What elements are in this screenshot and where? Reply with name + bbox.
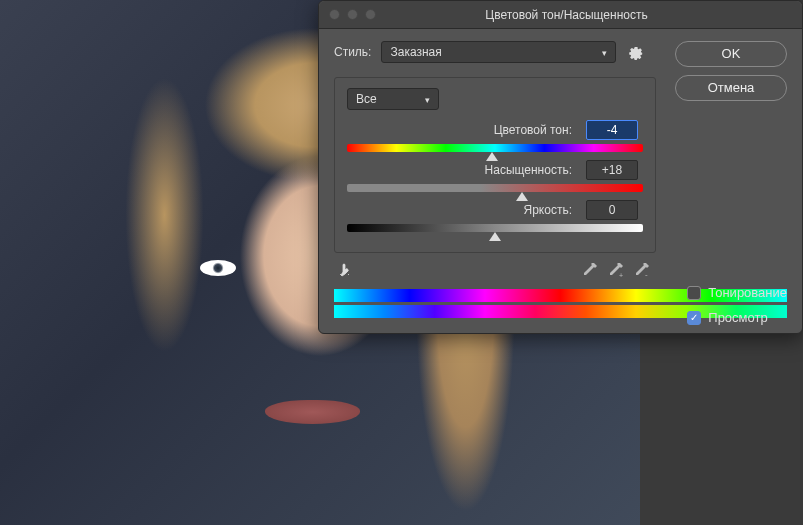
window-controls[interactable] <box>319 9 376 20</box>
hue-saturation-dialog: Цветовой тон/Насыщенность Стиль: Заказна… <box>318 0 803 334</box>
style-select[interactable]: Заказная <box>381 41 616 63</box>
close-icon[interactable] <box>329 9 340 20</box>
style-settings-button[interactable] <box>626 42 646 62</box>
saturation-input[interactable] <box>586 160 638 180</box>
svg-text:-: - <box>645 270 648 279</box>
minimize-icon[interactable] <box>347 9 358 20</box>
lightness-slider[interactable] <box>347 224 643 232</box>
ok-button[interactable]: OK <box>675 41 787 67</box>
chevron-down-icon <box>602 45 607 59</box>
channel-select-value: Все <box>356 92 377 106</box>
eyedropper-minus-button[interactable]: - <box>632 261 652 281</box>
targeted-adjustment-button[interactable] <box>338 262 356 280</box>
preview-label: Просмотр <box>708 310 767 325</box>
lightness-slider-thumb[interactable] <box>489 232 501 241</box>
hand-pointer-icon <box>338 262 356 280</box>
saturation-slider[interactable] <box>347 184 643 192</box>
dialog-title: Цветовой тон/Насыщенность <box>376 8 802 22</box>
preview-checkbox[interactable]: ✓ <box>687 311 701 325</box>
colorize-checkbox[interactable] <box>687 286 701 300</box>
hue-slider[interactable] <box>347 144 643 152</box>
titlebar[interactable]: Цветовой тон/Насыщенность <box>319 1 802 29</box>
eyedropper-plus-button[interactable]: + <box>606 261 626 281</box>
hue-input[interactable] <box>586 120 638 140</box>
lightness-input[interactable] <box>586 200 638 220</box>
cancel-button[interactable]: Отмена <box>675 75 787 101</box>
svg-text:+: + <box>619 272 623 279</box>
sliders-panel: Все Цветовой тон: Насыщенность: <box>334 77 656 253</box>
colorize-label: Тонирование <box>708 285 787 300</box>
style-label: Стиль: <box>334 45 371 59</box>
eyedropper-plus-icon: + <box>608 263 624 279</box>
saturation-label: Насыщенность: <box>485 163 572 177</box>
saturation-slider-thumb[interactable] <box>516 192 528 201</box>
eyedropper-icon <box>582 263 598 279</box>
hue-slider-thumb[interactable] <box>486 152 498 161</box>
chevron-down-icon <box>425 92 430 106</box>
lightness-label: Яркость: <box>524 203 572 217</box>
hue-label: Цветовой тон: <box>494 123 572 137</box>
eyedropper-minus-icon: - <box>634 263 650 279</box>
zoom-icon[interactable] <box>365 9 376 20</box>
eyedropper-button[interactable] <box>580 261 600 281</box>
channel-select[interactable]: Все <box>347 88 439 110</box>
gear-icon <box>628 44 644 60</box>
style-select-value: Заказная <box>390 45 441 59</box>
